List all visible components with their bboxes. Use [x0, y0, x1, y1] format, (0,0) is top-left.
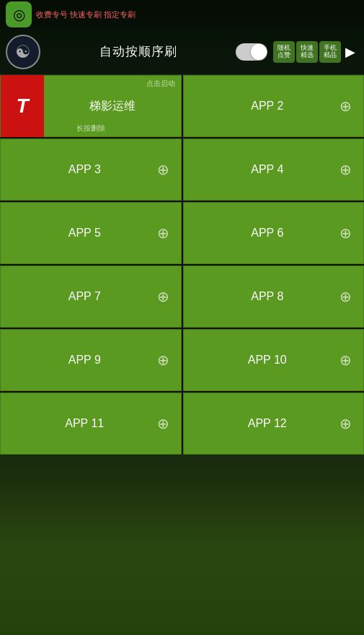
app-cell-4[interactable]: APP 4 ⊕ [183, 139, 365, 201]
add-icon-app3[interactable]: ⊕ [157, 162, 169, 177]
toggle-knob [251, 44, 267, 60]
app-7-label: APP 7 [12, 290, 157, 303]
fast-select-button[interactable]: 快速精选 [296, 41, 318, 63]
phone-select-button[interactable]: 手机精品 [319, 41, 341, 63]
app-5-label: APP 5 [12, 227, 157, 240]
gear-icon[interactable]: ◎ [6, 1, 32, 27]
app-2-label: APP 2 [195, 100, 340, 113]
background-area [0, 455, 364, 635]
random-likes-button[interactable]: 随机点赞 [273, 41, 295, 63]
app-8-label: APP 8 [195, 290, 340, 303]
app-tiyun-top-label: 点击启动 [146, 79, 175, 89]
app-cell-11[interactable]: APP 11 ⊕ [0, 393, 182, 455]
status-bar: ◎ 收费专号 快速专刷 指定专刷 [0, 0, 364, 29]
add-icon-app12[interactable]: ⊕ [339, 416, 352, 431]
app-10-label: APP 10 [195, 354, 340, 367]
nav-icon-group: 随机点赞 快速精选 手机精品 ▶ [273, 41, 358, 63]
app-cell-3[interactable]: APP 3 ⊕ [0, 139, 182, 201]
add-icon-app4[interactable]: ⊕ [339, 162, 352, 177]
nav-arrow-icon[interactable]: ▶ [342, 41, 358, 63]
app-cell-7[interactable]: APP 7 ⊕ [0, 266, 182, 328]
app-6-label: APP 6 [195, 227, 340, 240]
app-4-label: APP 4 [195, 163, 340, 176]
add-icon-app7[interactable]: ⊕ [157, 289, 169, 304]
app-cell-10[interactable]: APP 10 ⊕ [183, 329, 365, 391]
app-cell-9[interactable]: APP 9 ⊕ [0, 329, 182, 391]
app-cell-5[interactable]: APP 5 ⊕ [0, 202, 182, 264]
app-cell-8[interactable]: APP 8 ⊕ [183, 266, 365, 328]
app-cell-6[interactable]: APP 6 ⊕ [183, 202, 365, 264]
app-cell-tiyun[interactable]: T 梯影运维 点击启动 长按删除 [0, 75, 182, 137]
add-icon-app2[interactable]: ⊕ [339, 99, 352, 113]
app-11-label: APP 11 [12, 417, 157, 430]
add-icon-app11[interactable]: ⊕ [157, 416, 169, 431]
add-icon-app6[interactable]: ⊕ [339, 226, 352, 240]
app-grid: T 梯影运维 点击启动 长按删除 APP 2 ⊕ APP 3 ⊕ APP 4 ⊕… [0, 75, 364, 455]
app-9-label: APP 9 [12, 354, 157, 367]
add-icon-app5[interactable]: ⊕ [157, 226, 169, 240]
nav-bar: ☯ 自动按顺序刷 随机点赞 快速精选 手机精品 ▶ [0, 29, 364, 75]
nav-title: 自动按顺序刷 [40, 43, 236, 60]
app-tiyun-label: 梯影运维 [89, 99, 136, 114]
status-text: 收费专号 快速专刷 指定专刷 [36, 9, 136, 20]
auto-toggle[interactable] [236, 43, 267, 61]
app-tiyun-sub-label: 长按删除 [1, 123, 181, 133]
app-cell-2[interactable]: APP 2 ⊕ [183, 75, 365, 137]
app-cell-12[interactable]: APP 12 ⊕ [183, 393, 365, 455]
add-icon-app8[interactable]: ⊕ [339, 289, 352, 304]
app-12-label: APP 12 [195, 417, 340, 430]
add-icon-app10[interactable]: ⊕ [339, 353, 352, 367]
app-3-label: APP 3 [12, 163, 157, 176]
add-icon-app9[interactable]: ⊕ [157, 353, 169, 367]
compass-icon[interactable]: ☯ [6, 35, 40, 69]
